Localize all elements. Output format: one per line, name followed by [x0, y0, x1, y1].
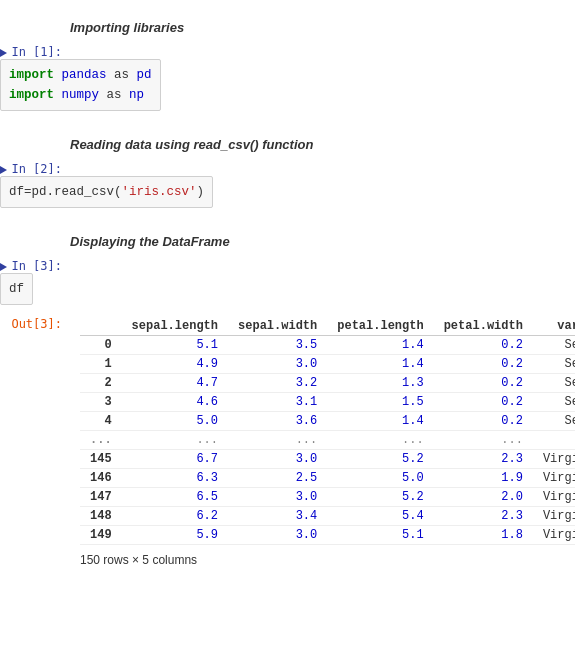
table-cell: Setosa [533, 355, 575, 374]
cell-ellipsis: ... [228, 431, 327, 450]
notebook: Importing librariesIn [1]:import pandas … [0, 20, 575, 575]
table-cell: 2.5 [228, 469, 327, 488]
table-row: 1466.32.55.01.9Virginica [80, 469, 575, 488]
run-icon[interactable] [0, 166, 7, 174]
table-row: 05.13.51.40.2Setosa [80, 336, 575, 355]
code-token: = [24, 185, 32, 199]
table-cell: Setosa [533, 393, 575, 412]
section-title-2: Displaying the DataFrame [70, 234, 575, 249]
table-cell: Virginica [533, 469, 575, 488]
table-cell: 3.1 [228, 393, 327, 412]
table-row: 1476.53.05.22.0Virginica [80, 488, 575, 507]
table-row: 45.03.61.40.2Setosa [80, 412, 575, 431]
table-cell: 3.6 [228, 412, 327, 431]
cell-0: In [1]:import pandas as pdimport numpy a… [0, 41, 575, 111]
table-cell: 0.2 [434, 336, 533, 355]
col-header-0 [80, 317, 122, 336]
table-cell: 5.1 [327, 526, 433, 545]
cell-label-1: In [2]: [0, 158, 70, 176]
col-header-4: petal.width [434, 317, 533, 336]
table-cell: 6.5 [122, 488, 228, 507]
table-cell: 6.2 [122, 507, 228, 526]
cell-ellipsis: ... [434, 431, 533, 450]
out-row-2: Out[3]:sepal.lengthsepal.widthpetal.leng… [0, 313, 575, 567]
table-cell: 3.2 [228, 374, 327, 393]
row-index: 3 [80, 393, 122, 412]
col-header-3: petal.length [327, 317, 433, 336]
col-header-1: sepal.length [122, 317, 228, 336]
row-index: 146 [80, 469, 122, 488]
table-cell: 2.0 [434, 488, 533, 507]
table-cell: 1.3 [327, 374, 433, 393]
table-cell: 1.4 [327, 355, 433, 374]
row-index: 149 [80, 526, 122, 545]
row-index: 145 [80, 450, 122, 469]
table-row: 1456.73.05.22.3Virginica [80, 450, 575, 469]
table-cell: 3.0 [228, 450, 327, 469]
code-token: . [47, 185, 55, 199]
table-row: .................. [80, 431, 575, 450]
table-cell: 4.7 [122, 374, 228, 393]
row-index: 1 [80, 355, 122, 374]
table-cell: 0.2 [434, 355, 533, 374]
table-cell: 6.7 [122, 450, 228, 469]
table-cell: 6.3 [122, 469, 228, 488]
table-cell: 5.9 [122, 526, 228, 545]
df-summary: 150 rows × 5 columns [80, 553, 575, 567]
table-cell: 0.2 [434, 374, 533, 393]
run-icon[interactable] [0, 49, 7, 57]
out-content-2: sepal.lengthsepal.widthpetal.lengthpetal… [70, 317, 575, 567]
code-box-1[interactable]: df=pd.read_csv('iris.csv') [0, 176, 213, 208]
table-cell: 5.2 [327, 450, 433, 469]
row-index: ... [80, 431, 122, 450]
row-index: 147 [80, 488, 122, 507]
code-token: pd [137, 68, 152, 82]
table-cell: 1.9 [434, 469, 533, 488]
table-cell: 2.3 [434, 450, 533, 469]
section-title-0: Importing libraries [70, 20, 575, 35]
code-token: read_csv [54, 185, 114, 199]
table-cell: 5.1 [122, 336, 228, 355]
table-cell: 1.8 [434, 526, 533, 545]
section-title-1: Reading data using read_csv() function [70, 137, 575, 152]
code-line-0: df=pd.read_csv('iris.csv') [9, 182, 204, 202]
table-cell: 4.6 [122, 393, 228, 412]
table-cell: 3.0 [228, 488, 327, 507]
table-cell: Virginica [533, 526, 575, 545]
table-cell: Virginica [533, 450, 575, 469]
table-cell: 0.2 [434, 412, 533, 431]
code-line-1: import numpy as np [9, 85, 152, 105]
run-icon[interactable] [0, 263, 7, 271]
cell-ellipsis: ... [122, 431, 228, 450]
table-cell: 5.0 [122, 412, 228, 431]
cell-label-0: In [1]: [0, 41, 70, 59]
table-cell: 5.4 [327, 507, 433, 526]
dataframe-table: sepal.lengthsepal.widthpetal.lengthpetal… [80, 317, 575, 545]
table-cell: 0.2 [434, 393, 533, 412]
table-cell: 1.5 [327, 393, 433, 412]
cell-1: In [2]:df=pd.read_csv('iris.csv') [0, 158, 575, 208]
table-cell: Setosa [533, 412, 575, 431]
code-box-0[interactable]: import pandas as pdimport numpy as np [0, 59, 161, 111]
col-header-2: sepal.width [228, 317, 327, 336]
table-row: 34.63.11.50.2Setosa [80, 393, 575, 412]
code-token: ) [197, 185, 205, 199]
code-line-0: df [9, 279, 24, 299]
cell-label-text: In [1]: [11, 45, 62, 59]
cell-ellipsis: ... [533, 431, 575, 450]
code-token: pandas [62, 68, 107, 82]
table-cell: 5.0 [327, 469, 433, 488]
cell-label-text: In [3]: [11, 259, 62, 273]
code-box-2[interactable]: df [0, 273, 33, 305]
code-token: df [9, 282, 24, 296]
code-token [54, 88, 62, 102]
table-cell: 3.0 [228, 355, 327, 374]
code-token: 'iris.csv' [122, 185, 197, 199]
code-token [54, 68, 62, 82]
table-row: 1486.23.45.42.3Virginica [80, 507, 575, 526]
row-index: 0 [80, 336, 122, 355]
code-token: import [9, 88, 54, 102]
code-token: import [9, 68, 54, 82]
table-row: 1495.93.05.11.8Virginica [80, 526, 575, 545]
row-index: 4 [80, 412, 122, 431]
